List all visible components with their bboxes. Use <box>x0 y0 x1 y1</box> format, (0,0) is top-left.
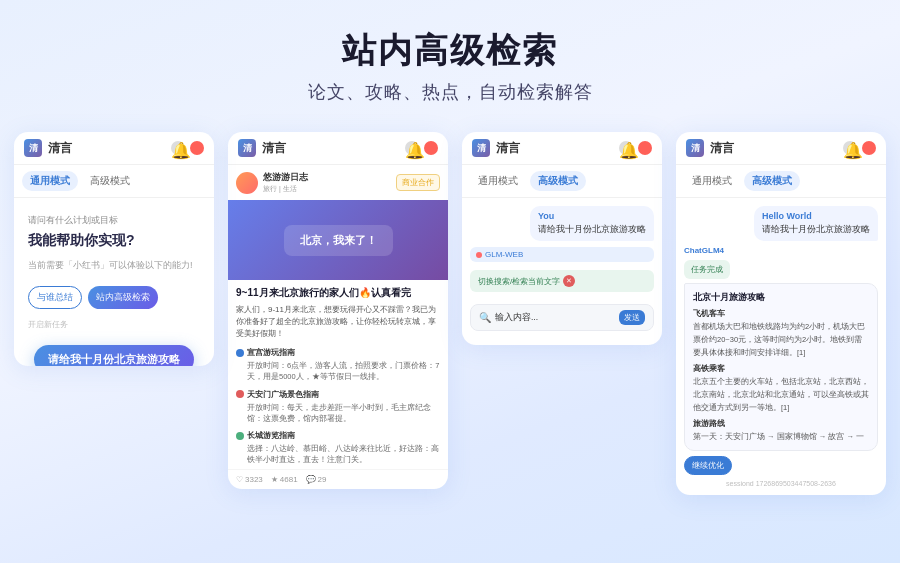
image-text: 北京，我来了！ <box>284 225 393 256</box>
response-title: 北京十月旅游攻略 <box>693 290 869 304</box>
send-btn[interactable]: 发送 <box>619 310 645 325</box>
chat-messages: You 请给我十月份北京旅游攻略 GLM-WEB 切换搜索/检索当前文字 ✕ 🔍… <box>470 206 654 337</box>
section1-bar: 宣宫游玩指南 <box>236 347 440 358</box>
post-image: 北京，我来了！ <box>228 200 448 280</box>
tab-normal[interactable]: 通用模式 <box>22 171 78 191</box>
rail-section: 高铁乘客 北京五个主要的火车站，包括北京站，北京西站，北京南站，北京北站和北京通… <box>693 363 869 414</box>
star-icon: ★ <box>271 475 278 484</box>
rail-content: 北京五个主要的火车站，包括北京站，北京西站，北京南站，北京北站和北京通站，可以坐… <box>693 376 869 414</box>
remove-source-btn[interactable]: ✕ <box>563 275 575 287</box>
card-post: 清 清言 🔔 悠游游日志 旅行 | 生活 商业合作 北京，我来了！ 9~11月来… <box>228 132 448 489</box>
app-name: 清言 <box>48 140 72 157</box>
card-ai-response: 清 清言 🔔 通用模式 高级模式 Hello World 请给我十月份北京旅游攻… <box>676 132 886 495</box>
comments-count: 29 <box>318 475 327 484</box>
user-label: You 请给我十月份北京旅游攻略 <box>530 206 654 241</box>
main-text: 我能帮助你实现? <box>28 231 200 251</box>
tab4-normal[interactable]: 通用模式 <box>684 171 740 191</box>
post-user-subtitle: 旅行 | 生活 <box>263 184 308 194</box>
search-input-placeholder[interactable]: 输入内容... <box>495 312 615 324</box>
close-btn-3[interactable] <box>638 141 652 155</box>
page-header: 站内高级检索 论文、攻略、热点，自动检索解答 <box>308 0 593 114</box>
transport-content: 首都机场大巴和地铁线路均为约2小时，机场大巴票价约20~30元，这等时间约为2小… <box>693 321 869 359</box>
mode-tabs-4: 通用模式 高级模式 <box>676 165 886 198</box>
search-input-bar: 🔍 输入内容... 发送 <box>470 304 654 331</box>
transport-section: 飞机客车 首都机场大巴和地铁线路均为约2小时，机场大巴票价约20~30元，这等时… <box>693 308 869 359</box>
tab3-normal[interactable]: 通用模式 <box>470 171 526 191</box>
card3-body: You 请给我十月份北京旅游攻略 GLM-WEB 切换搜索/检索当前文字 ✕ 🔍… <box>462 198 662 345</box>
bell-btn-4[interactable]: 🔔 <box>843 141 857 155</box>
window-controls-4: 🔔 <box>843 141 876 155</box>
app-logo: 清 <box>24 139 42 157</box>
source-dot <box>476 252 482 258</box>
close-btn-4[interactable] <box>862 141 876 155</box>
route-section: 旅游路线 第一天：天安门广场 → 国家博物馆 → 故宫 → 一 <box>693 418 869 444</box>
route-title: 旅游路线 <box>693 418 869 431</box>
ai-status: 任务完成 <box>691 265 723 274</box>
new-task-link[interactable]: 开启新任务 <box>28 319 200 330</box>
source-badge: GLM-WEB <box>470 247 654 262</box>
card-assistant: 清 清言 🔔 通用模式 高级模式 请问有什么计划或目标 我能帮助你实现? 当前需… <box>14 132 214 366</box>
tab-advanced[interactable]: 高级模式 <box>82 171 138 191</box>
section2-title: 天安门广场景色指南 <box>247 389 319 400</box>
likes-stat: ♡ 3323 <box>236 475 263 484</box>
window-controls-2: 🔔 <box>405 141 438 155</box>
sub-text: 当前需要「小红书」可以体验以下的能力! <box>28 259 200 272</box>
card1-body: 请问有什么计划或目标 我能帮助你实现? 当前需要「小红书」可以体验以下的能力! … <box>14 198 214 342</box>
section-2: 天安门广场景色指南 开放时间：每天，走步差距一半小时到，毛主席纪念馆：这票免费，… <box>228 386 448 428</box>
summary-btn[interactable]: 与谁总结 <box>28 286 82 309</box>
close-btn[interactable] <box>190 141 204 155</box>
bell-btn[interactable]: 🔔 <box>171 141 185 155</box>
heart-icon: ♡ <box>236 475 243 484</box>
comments-stat: 💬 29 <box>306 475 327 484</box>
refine-btn[interactable]: 继续优化 <box>684 456 732 475</box>
likes-count: 3323 <box>245 475 263 484</box>
card2-topbar: 清 清言 🔔 <box>228 132 448 165</box>
section2-bar: 天安门广场景色指南 <box>236 389 440 400</box>
section3-content: 选择：八达岭、慕田峪、八达岭来往比近，好达路：高铁半小时直达，直去！注意门关。 <box>236 443 440 466</box>
search-bubble: 请给我十月份北京旅游攻略 <box>34 345 194 366</box>
card3-topbar: 清 清言 🔔 <box>462 132 662 165</box>
user-name: You <box>538 211 646 221</box>
source-badge-text: 切换搜索/检索当前文字 <box>478 276 560 287</box>
ai-label: ChatGLM4 <box>684 246 878 255</box>
stars-stat: ★ 4681 <box>271 475 298 484</box>
card4-body: Hello World 请给我十月份北京旅游攻略 ChatGLM4 任务完成 北… <box>676 198 886 495</box>
hello-world: Hello World <box>762 211 870 221</box>
close-btn-2[interactable] <box>424 141 438 155</box>
section1-content: 开放时间：6点半，游客人流，拍照要求，门票价格：7天，用是5000人，★等节假日… <box>236 360 440 383</box>
post-header: 悠游游日志 旅行 | 生活 商业合作 <box>228 165 448 200</box>
app-name-3: 清言 <box>496 140 520 157</box>
session-info: sessiond 1726869503447508-2636 <box>684 480 878 487</box>
bell-btn-3[interactable]: 🔔 <box>619 141 633 155</box>
user-info: 悠游游日志 旅行 | 生活 <box>263 171 308 194</box>
app-logo-3: 清 <box>472 139 490 157</box>
section3-bar: 长城游览指南 <box>236 430 440 441</box>
app-logo-4: 清 <box>686 139 704 157</box>
tab4-advanced[interactable]: 高级模式 <box>744 171 800 191</box>
question-label: 请问有什么计划或目标 <box>28 214 200 227</box>
post-title: 9~11月来北京旅行的家人们🔥认真看完 <box>228 280 448 302</box>
user-avatar <box>236 172 258 194</box>
mode-tabs-3: 通用模式 高级模式 <box>462 165 662 198</box>
bell-btn-2[interactable]: 🔔 <box>405 141 419 155</box>
action-buttons: 与谁总结 站内高级检索 <box>28 286 200 309</box>
cards-container: 清 清言 🔔 通用模式 高级模式 请问有什么计划或目标 我能帮助你实现? 当前需… <box>0 114 900 495</box>
search-btn[interactable]: 站内高级检索 <box>88 286 158 309</box>
section-3: 长城游览指南 选择：八达岭、慕田峪、八达岭来往比近，好达路：高铁半小时直达，直去… <box>228 427 448 469</box>
action-bar: 继续优化 <box>684 456 878 475</box>
section2-content: 开放时间：每天，走步差距一半小时到，毛主席纪念馆：这票免费，馆内部署提。 <box>236 402 440 425</box>
comment-icon: 💬 <box>306 475 316 484</box>
card4-topbar: 清 清言 🔔 <box>676 132 886 165</box>
ai-name: ChatGLM4 <box>684 246 724 255</box>
post-intro: 家人们，9-11月来北京，想要玩得开心又不踩雷？我已为你准备好了超全的北京旅游攻… <box>228 302 448 344</box>
window-controls: 🔔 <box>171 141 204 155</box>
transport-title: 飞机客车 <box>693 308 869 321</box>
section1-title: 宣宫游玩指南 <box>247 347 295 358</box>
card-search: 清 清言 🔔 通用模式 高级模式 You 请给我十月份北京旅游攻略 <box>462 132 662 345</box>
section-1: 宣宫游玩指南 开放时间：6点半，游客人流，拍照要求，门票价格：7天，用是5000… <box>228 344 448 386</box>
collab-badge: 商业合作 <box>396 174 440 191</box>
tab3-advanced[interactable]: 高级模式 <box>530 171 586 191</box>
app-logo-2: 清 <box>238 139 256 157</box>
window-controls-3: 🔔 <box>619 141 652 155</box>
section1-icon <box>236 349 244 357</box>
